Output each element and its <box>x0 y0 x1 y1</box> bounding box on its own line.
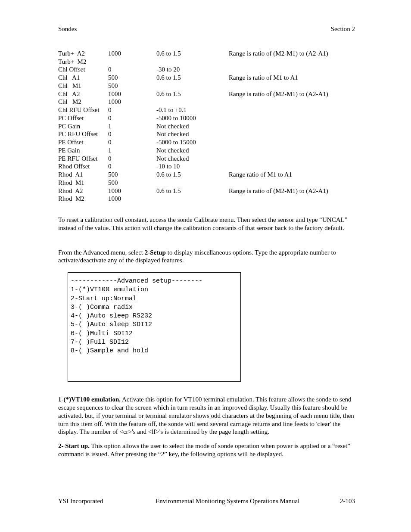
header-right: Section 2 <box>331 25 355 33</box>
table-row: PC Offset0-5000 to 10000 <box>58 114 328 122</box>
cell-def: 0 <box>108 106 156 114</box>
table-row: Rhod M21000 <box>58 195 328 203</box>
cell-note <box>229 138 328 146</box>
cell-param: Rhod A1 <box>58 171 108 179</box>
cell-range <box>156 82 229 90</box>
cell-range: -5000 to 15000 <box>156 138 229 146</box>
cell-def: 500 <box>108 82 156 90</box>
cell-def: 500 <box>108 179 156 187</box>
table-row: PE RFU Offset0Not checked <box>58 155 328 163</box>
cell-note: Range is ratio of (M2-M1) to (A2-A1) <box>229 90 328 98</box>
descriptions: 1-(*)VT100 emulation. Activate this opti… <box>58 395 355 458</box>
cell-note <box>229 114 328 122</box>
table-row: Chl M1500 <box>58 82 328 90</box>
table-row: Rhod M1500 <box>58 179 328 187</box>
cell-param: Chl A2 <box>58 90 108 98</box>
cell-param: PE Offset <box>58 138 108 146</box>
table-row: Chl A15000.6 to 1.5Range is ratio of M1 … <box>58 74 328 82</box>
cell-def: 0 <box>108 162 156 171</box>
table-row: Chl M21000 <box>58 98 328 106</box>
cell-note <box>229 106 328 114</box>
table-row: Turb+ M2 <box>58 58 328 66</box>
cell-param: Chl M1 <box>58 82 108 90</box>
cell-param: Rhod A2 <box>58 187 108 195</box>
cell-note: Range is ratio of M1 to A1 <box>229 74 328 82</box>
cell-range <box>156 195 229 203</box>
cell-def: 500 <box>108 74 156 82</box>
desc-2: 2- Start up. This option allows the user… <box>58 442 355 458</box>
cell-range: Not checked <box>156 130 229 138</box>
page-footer: YSI Incorporated Environmental Monitorin… <box>58 497 355 505</box>
cell-note <box>229 130 328 138</box>
cell-def: 1000 <box>108 50 156 58</box>
footer-right: 2-103 <box>340 497 355 505</box>
table-row: PC Gain1Not checked <box>58 122 328 131</box>
cell-def: 0 <box>108 155 156 163</box>
cell-def: 1000 <box>108 98 156 106</box>
cell-param: Chl M2 <box>58 98 108 106</box>
calibration-table: Turb+ A210000.6 to 1.5Range is ratio of … <box>58 50 328 203</box>
cell-param: Turb+ A2 <box>58 50 108 58</box>
cell-note: Range ratio of M1 to A1 <box>229 171 328 179</box>
cell-param: PE RFU Offset <box>58 155 108 163</box>
cell-def: 0 <box>108 138 156 146</box>
table-row: Rhod A15000.6 to 1.5Range ratio of M1 to… <box>58 171 328 179</box>
cell-range: 0.6 to 1.5 <box>156 74 229 82</box>
table-row: PC RFU Offset0Not checked <box>58 130 328 138</box>
cell-range: Not checked <box>156 155 229 163</box>
desc-1: 1-(*)VT100 emulation. Activate this opti… <box>58 395 355 436</box>
cell-note <box>229 82 328 90</box>
footer-center: Environmental Monitoring Systems Operati… <box>156 497 299 505</box>
cell-note <box>229 162 328 171</box>
cell-param: PC Gain <box>58 122 108 131</box>
table-row: Chl Offset0-30 to 20 <box>58 65 328 74</box>
cell-range: -30 to 20 <box>156 65 229 74</box>
cell-note <box>229 195 328 203</box>
cell-def: 1000 <box>108 90 156 98</box>
cell-def: 500 <box>108 171 156 179</box>
cell-param: PC Offset <box>58 114 108 122</box>
cell-note: Range is ratio of (M2-M1) to (A2-A1) <box>229 187 328 195</box>
cell-def: 0 <box>108 114 156 122</box>
cell-param: PE Gain <box>58 146 108 155</box>
table-row: Rhod Offset0-10 to 10 <box>58 162 328 171</box>
cell-note <box>229 58 328 66</box>
cell-range <box>156 98 229 106</box>
cell-range <box>156 179 229 187</box>
desc-2-body: This option allows the user to select th… <box>58 442 350 457</box>
cell-param: Rhod M2 <box>58 195 108 203</box>
cell-param: Rhod Offset <box>58 162 108 171</box>
cell-def: 1000 <box>108 187 156 195</box>
page-header: Sondes Section 2 <box>58 25 355 33</box>
cell-param: Chl Offset <box>58 65 108 74</box>
cell-def <box>108 58 156 66</box>
advanced-setup-menu: ------------Advanced setup-------- 1-(*)… <box>68 272 241 382</box>
cell-note <box>229 98 328 106</box>
cell-range <box>156 58 229 66</box>
header-left: Sondes <box>58 25 77 33</box>
setup-paragraph: From the Advanced menu, select 2-Setup t… <box>58 249 355 265</box>
cell-range: Not checked <box>156 146 229 155</box>
desc-2-title: 2- Start up. <box>58 442 90 449</box>
cell-range: -5000 to 10000 <box>156 114 229 122</box>
cell-def: 1 <box>108 122 156 131</box>
cell-note <box>229 65 328 74</box>
cell-note <box>229 122 328 131</box>
cell-def: 0 <box>108 130 156 138</box>
table-row: Chl RFU Offset0-0.1 to +0.1 <box>58 106 328 114</box>
cell-range: 0.6 to 1.5 <box>156 171 229 179</box>
cell-range: 0.6 to 1.5 <box>156 50 229 58</box>
table-row: Chl A210000.6 to 1.5Range is ratio of (M… <box>58 90 328 98</box>
cell-param: Chl RFU Offset <box>58 106 108 114</box>
cell-param: PC RFU Offset <box>58 130 108 138</box>
cell-range: 0.6 to 1.5 <box>156 90 229 98</box>
cell-note <box>229 155 328 163</box>
cell-range: -10 to 10 <box>156 162 229 171</box>
table-row: PE Gain1Not checked <box>58 146 328 155</box>
footer-left: YSI Incorporated <box>58 497 103 505</box>
table-row: Rhod A210000.6 to 1.5Range is ratio of (… <box>58 187 328 195</box>
setup-bold: 2-Setup <box>145 249 166 256</box>
cell-param: Chl A1 <box>58 74 108 82</box>
reset-paragraph: To reset a calibration cell constant, ac… <box>58 216 355 232</box>
cell-param: Rhod M1 <box>58 179 108 187</box>
